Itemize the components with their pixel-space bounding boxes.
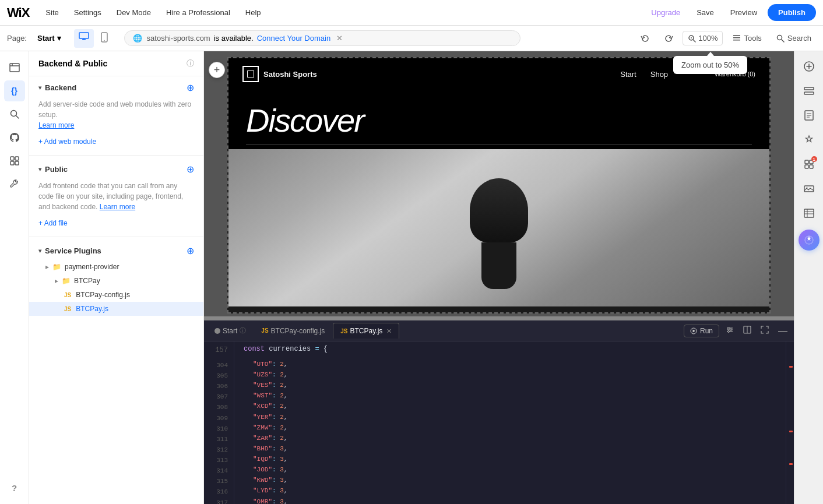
nav-devmode[interactable]: Dev Mode bbox=[110, 5, 158, 20]
mobile-device-icon[interactable] bbox=[96, 29, 112, 48]
zoom-control[interactable]: 100% bbox=[683, 31, 723, 45]
btcpay-folder-arrow-icon: ▸ bbox=[55, 277, 58, 285]
tab-btcpay-js-label: BTCPay.js bbox=[350, 327, 383, 335]
svg-rect-34 bbox=[810, 165, 813, 168]
sidebar-icon-search[interactable] bbox=[4, 104, 25, 125]
tool-apps-icon[interactable]: 1 bbox=[799, 154, 820, 175]
code-line-316: "LYD": 3, bbox=[234, 485, 786, 496]
svg-point-11 bbox=[777, 35, 782, 40]
editor-tab-bar: Start ⓘ JS BTCPay-config.js JS BTCPay.js… bbox=[204, 320, 794, 341]
sidebar-icon-apps[interactable] bbox=[4, 150, 25, 171]
line-numbers: 157 304305306307308 309310311312313 3143… bbox=[204, 341, 234, 504]
js-badge-btcpay: JS bbox=[64, 306, 71, 312]
wix-ai-button[interactable] bbox=[799, 230, 820, 251]
top-bar-right: Upgrade Save Preview Publish bbox=[645, 4, 816, 21]
tool-theme-icon[interactable] bbox=[799, 129, 820, 150]
editor-expand-icon[interactable] bbox=[758, 324, 772, 337]
tool-pages-icon[interactable] bbox=[799, 105, 820, 126]
site-nav-shop[interactable]: Shop bbox=[650, 70, 668, 79]
publish-button[interactable]: Publish bbox=[768, 4, 816, 21]
tab-btcpay-js-close-icon[interactable]: ✕ bbox=[386, 327, 392, 335]
public-learn-more-link[interactable]: Learn more bbox=[100, 203, 135, 211]
editor-settings-icon[interactable] bbox=[723, 324, 737, 337]
tools-button[interactable]: Tools bbox=[727, 31, 766, 45]
main-layout: {} ? Backend & Public ⓘ ▾ Backend bbox=[0, 51, 823, 504]
add-web-module-link[interactable]: + Add web module bbox=[29, 135, 203, 153]
tools-label: Tools bbox=[744, 34, 761, 43]
site-hero-image bbox=[228, 149, 769, 306]
search-button[interactable]: Search bbox=[771, 31, 816, 45]
tool-data-icon[interactable] bbox=[799, 203, 820, 224]
svg-rect-25 bbox=[804, 87, 814, 90]
tab-btcpay-config[interactable]: JS BTCPay-config.js bbox=[254, 323, 332, 339]
tab-btcpay-config-icon: JS bbox=[261, 327, 268, 334]
editor-toolbar-right: Run — bbox=[684, 324, 790, 338]
run-button[interactable]: Run bbox=[684, 325, 719, 337]
add-element-button[interactable]: + bbox=[209, 62, 225, 78]
preview-button[interactable]: Preview bbox=[724, 5, 763, 20]
svg-rect-19 bbox=[15, 157, 19, 160]
save-button[interactable]: Save bbox=[691, 5, 720, 20]
upgrade-button[interactable]: Upgrade bbox=[645, 5, 686, 20]
tree-btcpay-config-file[interactable]: JS BTCPay-config.js bbox=[29, 288, 203, 302]
editor-view-icon[interactable] bbox=[740, 324, 754, 337]
service-plugins-add-icon[interactable]: ⊕ bbox=[187, 245, 194, 256]
error-marker-1 bbox=[789, 366, 793, 368]
panel-title: Backend & Public bbox=[38, 59, 107, 68]
tool-media-icon[interactable] bbox=[799, 178, 820, 199]
tooltip-arrow bbox=[707, 52, 714, 56]
nav-settings[interactable]: Settings bbox=[67, 5, 108, 20]
code-line-317: "OMR": 3, bbox=[234, 496, 786, 504]
code-line-308: "XCD": 2, bbox=[234, 401, 786, 411]
backend-add-icon[interactable]: ⊕ bbox=[187, 82, 194, 93]
nav-site[interactable]: Site bbox=[38, 5, 65, 20]
code-line-315: "KWD": 3, bbox=[234, 475, 786, 485]
nav-hire-professional[interactable]: Hire a Professional bbox=[159, 5, 237, 20]
tree-btcpay-js-file[interactable]: JS BTCPay.js bbox=[29, 302, 203, 316]
editor-scrollbar-area bbox=[786, 341, 794, 504]
sidebar-icon-tools[interactable] bbox=[4, 174, 25, 195]
redo-button[interactable] bbox=[659, 31, 678, 45]
public-desc: Add frontend code that you can call from… bbox=[29, 178, 203, 217]
sidebar-icon-code[interactable]: {} bbox=[4, 80, 25, 101]
tab-start[interactable]: Start ⓘ bbox=[207, 323, 253, 339]
editor-menu-icon[interactable]: — bbox=[775, 324, 790, 338]
backend-label: Backend bbox=[45, 83, 76, 92]
tool-sections-icon[interactable] bbox=[799, 80, 820, 101]
public-section-header: ▾ Public ⊕ bbox=[29, 158, 203, 178]
connect-domain-link[interactable]: Connect Your Domain bbox=[257, 34, 330, 43]
site-hero-divider bbox=[246, 144, 752, 144]
site-preview-frame: Satoshi Sports Start Shop Warenkorb (0) … bbox=[227, 57, 771, 313]
panel-header: Backend & Public ⓘ bbox=[29, 51, 203, 76]
undo-button[interactable] bbox=[636, 31, 655, 45]
device-icons bbox=[74, 29, 112, 48]
svg-line-7 bbox=[693, 40, 695, 42]
nav-help[interactable]: Help bbox=[238, 5, 268, 20]
public-add-icon[interactable]: ⊕ bbox=[187, 164, 194, 175]
domain-close-icon[interactable]: ✕ bbox=[336, 34, 343, 43]
zoom-level: 100% bbox=[698, 34, 718, 43]
add-file-link[interactable]: + Add file bbox=[29, 217, 203, 234]
folder-icon: 📁 bbox=[52, 263, 61, 271]
tab-start-info-icon[interactable]: ⓘ bbox=[240, 326, 246, 335]
top-bar-nav: Site Settings Dev Mode Hire a Profession… bbox=[38, 5, 268, 20]
tool-add-icon[interactable] bbox=[799, 56, 820, 77]
svg-rect-31 bbox=[805, 160, 808, 164]
page-name-select[interactable]: Start ▾ bbox=[33, 31, 66, 45]
panel-info-icon[interactable]: ⓘ bbox=[187, 58, 194, 69]
backend-learn-more-link[interactable]: Learn more bbox=[38, 121, 74, 129]
sidebar-icon-github[interactable] bbox=[4, 127, 25, 148]
site-nav-start[interactable]: Start bbox=[620, 70, 636, 79]
tab-btcpay-js[interactable]: JS BTCPay.js ✕ bbox=[333, 323, 399, 339]
tree-btcpay-folder[interactable]: ▸ 📁 BTCPay bbox=[29, 274, 203, 288]
svg-line-17 bbox=[16, 116, 19, 119]
desktop-device-icon[interactable] bbox=[74, 29, 94, 48]
svg-line-12 bbox=[782, 40, 784, 42]
svg-point-36 bbox=[806, 188, 807, 189]
tree-payment-provider-folder[interactable]: ▸ 📁 payment-provider bbox=[29, 260, 203, 274]
svg-rect-18 bbox=[10, 157, 14, 160]
folder-arrow-icon: ▸ bbox=[45, 263, 49, 271]
sidebar-icon-pages[interactable] bbox=[4, 57, 25, 78]
code-lines: const currencies = { "UTO": 2, "UZS": 2,… bbox=[234, 341, 786, 504]
sidebar-icon-help[interactable]: ? bbox=[4, 477, 25, 498]
